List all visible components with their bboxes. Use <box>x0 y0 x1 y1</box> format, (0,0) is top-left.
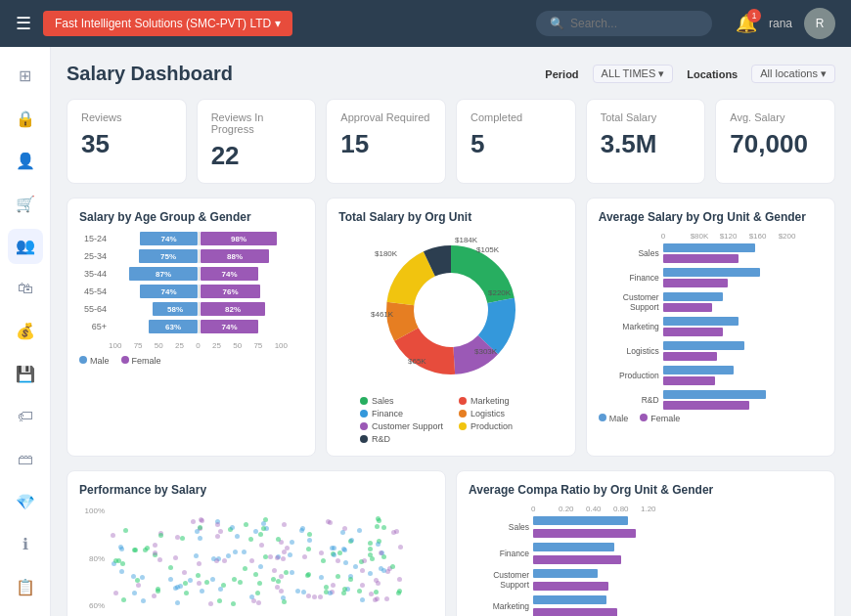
scatter-dot <box>306 594 311 598</box>
scatter-dot <box>290 570 294 575</box>
sidebar-icon-cart[interactable]: 🛒 <box>8 187 43 222</box>
top-nav: ☰ Fast Intelligent Solutions (SMC-PVT) L… <box>0 0 851 47</box>
stat-card-in-progress: Reviews In Progress 22 <box>197 99 317 184</box>
avg-org-chart: Average Salary by Org Unit & Gender 0 $8… <box>586 198 835 457</box>
scatter-dot <box>120 561 125 566</box>
user-avatar[interactable]: R <box>804 8 835 39</box>
scatter-dot <box>391 530 396 535</box>
scatter-dot <box>328 520 333 525</box>
org-bar-row: Logistics <box>599 341 823 361</box>
scatter-dot <box>360 568 365 573</box>
stat-card-approval: Approval Required 15 <box>326 99 446 184</box>
legend-marketing: Marketing <box>459 396 542 406</box>
scatter-dot <box>319 575 324 580</box>
scatter-dot <box>235 534 240 539</box>
scatter-dot <box>373 597 378 602</box>
scatter-dot <box>302 554 307 559</box>
scatter-dot <box>290 540 294 545</box>
sidebar-icon-bag[interactable]: 🛍 <box>8 272 43 307</box>
scatter-dot <box>222 558 227 563</box>
scatter-dot <box>204 580 209 585</box>
scatter-dot <box>397 589 402 594</box>
scatter-dot <box>195 529 200 534</box>
scatter-dot <box>197 581 202 586</box>
donut-label-303k: $303K <box>474 347 497 356</box>
search-input[interactable] <box>570 17 707 30</box>
age-row: 55-64 58% 82% <box>79 302 303 316</box>
scatter-plot: 100% 80% 60% <box>79 505 433 612</box>
scatter-dot <box>318 594 323 599</box>
donut-label-461k: $461K <box>371 310 393 319</box>
scatter-dot <box>119 569 124 574</box>
sidebar-icon-diamond[interactable]: 💎 <box>8 484 43 519</box>
scatter-dot <box>369 592 374 596</box>
nav-icons: 🔔 1 rana R <box>736 8 835 39</box>
scatter-dot <box>357 528 362 533</box>
scatter-dot <box>374 590 379 594</box>
org-bar-row: Customer Support <box>599 292 823 312</box>
scatter-dot <box>340 530 345 535</box>
donut-wrapper: $184K $105K $220K $303K $65K $461K $180K… <box>338 232 562 444</box>
sidebar: ⊞ 🔒 👤 🛒 👥 🛍 💰 💾 🏷 🗃 💎 ℹ 📋 <box>0 47 51 616</box>
age-gender-chart: Salary by Age Group & Gender 15-24 74% 9… <box>67 198 316 457</box>
scatter-dot <box>307 538 312 543</box>
scatter-dot <box>182 570 187 575</box>
sidebar-icon-info[interactable]: ℹ <box>8 527 43 562</box>
sidebar-icon-dashboard[interactable]: ⊞ <box>8 59 43 94</box>
sidebar-icon-tag[interactable]: 🏷 <box>8 399 43 434</box>
period-selector[interactable]: ALL TIMES ▾ <box>593 65 674 83</box>
age-row: 25-34 75% 88% <box>79 249 303 263</box>
age-row: 65+ 63% 74% <box>79 320 303 333</box>
scatter-dot <box>288 552 292 557</box>
scatter-dot <box>249 558 254 563</box>
scatter-dot <box>136 583 141 588</box>
scatter-dot <box>156 589 160 594</box>
scatter-dot <box>152 594 157 598</box>
scatter-dot <box>331 583 336 588</box>
scatter-dot <box>284 570 289 575</box>
scatter-dot <box>368 547 373 551</box>
legend-finance: Finance <box>360 409 443 418</box>
scatter-dot <box>397 577 402 582</box>
scatter-dot <box>381 554 386 559</box>
compa-bar-row: Finance <box>469 543 823 564</box>
org-selector[interactable]: Fast Intelligent Solutions (SMC-PVT) LTD… <box>43 11 292 36</box>
scatter-dot <box>275 555 280 560</box>
scatter-dot <box>173 555 178 560</box>
scatter-dot <box>368 541 373 546</box>
scatter-dot <box>257 581 262 586</box>
scatter-dot <box>360 583 365 588</box>
scatter-dot <box>353 564 358 569</box>
scatter-dot <box>295 589 300 594</box>
scatter-dot <box>368 571 373 576</box>
scatter-dot <box>276 579 281 584</box>
sidebar-icon-user[interactable]: 👤 <box>8 144 43 179</box>
sidebar-icon-clipboard[interactable]: 📋 <box>8 569 43 604</box>
scatter-dot <box>249 594 254 599</box>
scatter-dot <box>121 597 126 602</box>
age-row: 15-24 74% 98% <box>79 232 303 245</box>
org-bar-row: Finance <box>599 268 823 287</box>
notification-bell[interactable]: 🔔 1 <box>736 13 757 34</box>
sidebar-icon-money[interactable]: 💰 <box>8 314 43 349</box>
sidebar-icon-save[interactable]: 💾 <box>8 357 43 392</box>
scatter-dot <box>272 568 277 573</box>
scatter-dots <box>109 505 433 612</box>
scatter-dot <box>256 600 261 605</box>
org-bar-chart-rows: Sales Finance Customer Support Marketing <box>599 243 823 410</box>
sidebar-icon-archive[interactable]: 🗃 <box>8 442 43 477</box>
scatter-dot <box>336 558 340 563</box>
legend-sales: Sales <box>360 396 443 406</box>
sidebar-icon-people[interactable]: 👥 <box>8 229 43 264</box>
scatter-dot <box>312 594 317 599</box>
sidebar-icon-lock[interactable]: 🔒 <box>8 102 43 137</box>
scatter-dot <box>332 546 336 550</box>
scatter-dot <box>183 581 188 586</box>
scatter-dot <box>384 596 389 601</box>
scatter-dot <box>215 534 220 539</box>
age-row: 45-54 74% 76% <box>79 285 303 298</box>
hamburger-icon[interactable]: ☰ <box>16 13 31 34</box>
scatter-dot <box>123 528 128 533</box>
location-selector[interactable]: All locations ▾ <box>751 65 835 83</box>
scatter-dot <box>153 550 157 555</box>
